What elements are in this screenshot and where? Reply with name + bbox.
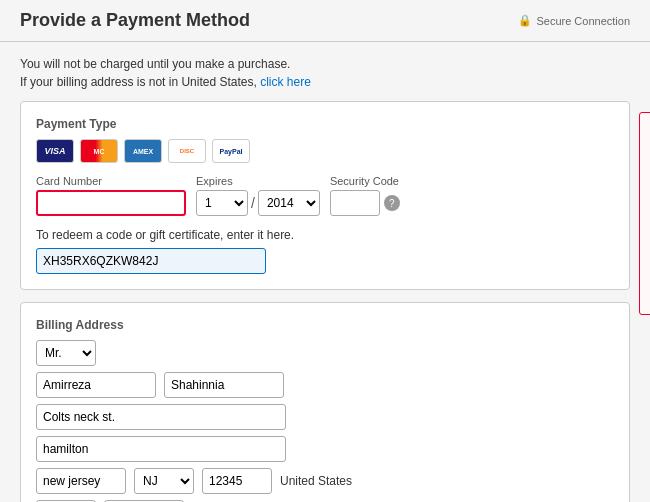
month-select[interactable]: 1234 5678 9101112 (196, 190, 248, 216)
mastercard-icon[interactable]: MC (80, 139, 118, 163)
error-box: The credit card number you entered is no… (639, 112, 650, 315)
card-fields: Card Number Expires 1234 5678 9101112 / … (36, 175, 614, 216)
security-inputs: ? (330, 190, 400, 216)
city-row (36, 436, 614, 462)
amex-icon[interactable]: AMEX (124, 139, 162, 163)
page-wrapper: Provide a Payment Method 🔒 Secure Connec… (0, 0, 650, 502)
expires-inputs: 1234 5678 9101112 / 2014201520162017 201… (196, 190, 320, 216)
discover-icon[interactable]: DISC (168, 139, 206, 163)
address1-row (36, 404, 614, 430)
first-name-input[interactable] (36, 372, 156, 398)
secure-label: Secure Connection (536, 15, 630, 27)
name-row (36, 372, 614, 398)
salutation-row: Mr.Ms.Mrs.Dr. (36, 340, 614, 366)
redeem-label: To redeem a code or gift certificate, en… (36, 228, 614, 242)
help-icon[interactable]: ? (384, 195, 400, 211)
header: Provide a Payment Method 🔒 Secure Connec… (0, 0, 650, 42)
state-zip-row: NJCANYTXFL United States (36, 468, 614, 494)
billing-address-link[interactable]: click here (260, 75, 311, 89)
page-title: Provide a Payment Method (20, 10, 250, 31)
state-text-input[interactable] (36, 468, 126, 494)
card-number-group: Card Number (36, 175, 186, 216)
city-input[interactable] (36, 436, 286, 462)
security-code-label: Security Code (330, 175, 400, 187)
state-select[interactable]: NJCANYTXFL (134, 468, 194, 494)
country-text: United States (280, 474, 352, 488)
billing-section: Billing Address Mr.Ms.Mrs.Dr. (20, 302, 630, 502)
visa-icon[interactable]: VISA (36, 139, 74, 163)
salutation-select[interactable]: Mr.Ms.Mrs.Dr. (36, 340, 96, 366)
last-name-input[interactable] (164, 372, 284, 398)
info-line2: If your billing address is not in United… (20, 75, 630, 89)
slash-separator: / (251, 195, 255, 211)
redeem-input[interactable] (36, 248, 266, 274)
info-line1: You will not be charged until you make a… (20, 57, 630, 71)
paypal-icon[interactable]: PayPal (212, 139, 250, 163)
zip-input[interactable] (202, 468, 272, 494)
expires-label: Expires (196, 175, 320, 187)
expires-group: Expires 1234 5678 9101112 / 201420152016… (196, 175, 320, 216)
lock-icon: 🔒 (518, 14, 532, 27)
card-number-input[interactable] (36, 190, 186, 216)
year-select[interactable]: 2014201520162017 2018201920202021 202220… (258, 190, 320, 216)
payment-icons: VISA MC AMEX DISC PayPal (36, 139, 614, 163)
main-content: You will not be charged until you make a… (0, 42, 650, 502)
payment-type-label: Payment Type (36, 117, 614, 131)
card-number-label: Card Number (36, 175, 186, 187)
billing-label: Billing Address (36, 318, 614, 332)
secure-connection: 🔒 Secure Connection (518, 14, 630, 27)
address1-input[interactable] (36, 404, 286, 430)
payment-section: Payment Type VISA MC AMEX DISC PayPal Ca… (20, 101, 630, 290)
security-code-input[interactable] (330, 190, 380, 216)
security-code-group: Security Code ? (330, 175, 400, 216)
